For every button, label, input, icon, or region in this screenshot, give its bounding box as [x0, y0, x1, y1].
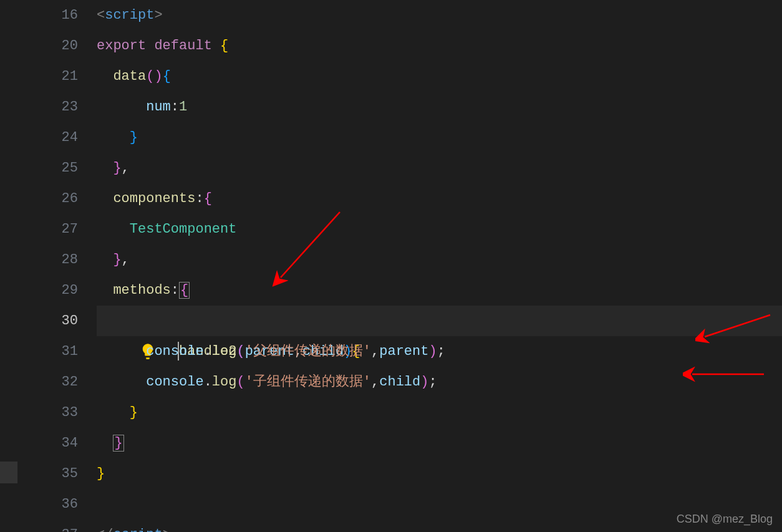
line-number[interactable]: 23 [0, 92, 78, 122]
line-number[interactable]: 25 [0, 153, 78, 183]
watermark-text: CSDN @mez_Blog [677, 513, 773, 526]
code-line-active[interactable]: handle2(parent,child){ [97, 306, 782, 336]
code-line[interactable]: components:{ [97, 183, 782, 214]
line-number[interactable]: 24 [0, 122, 78, 153]
line-number[interactable]: 33 [0, 397, 78, 428]
line-number-gutter: 16 20 21 23 24 25 26 27 28 29 30 31 32 3… [0, 0, 97, 532]
line-number[interactable]: 30 [0, 306, 78, 336]
line-number[interactable]: 20 [0, 31, 78, 61]
line-number[interactable]: 29 [0, 275, 78, 306]
code-line[interactable]: } [97, 428, 782, 458]
line-number[interactable]: 31 [0, 336, 78, 367]
code-editor: 16 20 21 23 24 25 26 27 28 29 30 31 32 3… [0, 0, 782, 532]
code-line[interactable]: export default { [97, 31, 782, 61]
code-line[interactable]: } [97, 458, 782, 489]
line-number[interactable]: 26 [0, 183, 78, 214]
line-number[interactable]: 21 [0, 61, 78, 92]
code-line[interactable]: console.log('子组件传递的数据',child); [97, 367, 782, 397]
line-number[interactable]: 37 [0, 520, 78, 532]
line-number[interactable]: 36 [0, 489, 78, 520]
code-line[interactable]: } [97, 397, 782, 428]
code-line[interactable]: console.log('父组件传递的数据',parent); [97, 336, 782, 367]
lightbulb-icon[interactable] [75, 312, 89, 329]
code-line[interactable]: TestComponent [97, 214, 782, 244]
line-number[interactable]: 32 [0, 367, 78, 397]
line-number[interactable]: 34 [0, 428, 78, 458]
code-line[interactable]: methods:{ [97, 275, 782, 306]
line-number[interactable]: 28 [0, 244, 78, 275]
code-line[interactable]: } [97, 122, 782, 153]
code-line[interactable]: }, [97, 244, 782, 275]
line-number[interactable]: 16 [0, 0, 78, 31]
code-line[interactable]: }, [97, 153, 782, 183]
code-line[interactable]: num:1 [97, 92, 782, 122]
code-line[interactable]: <script> [97, 0, 782, 31]
line-number[interactable]: 27 [0, 214, 78, 244]
activity-bar-fragment [0, 462, 17, 483]
code-content[interactable]: <script> export default { data(){ num:1 … [97, 0, 782, 532]
code-line[interactable]: data(){ [97, 61, 782, 92]
